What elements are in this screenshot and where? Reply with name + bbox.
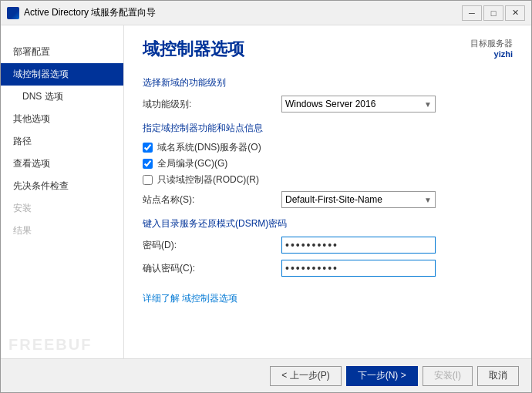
sidebar-item-dns-options[interactable]: DNS 选项 <box>1 86 123 108</box>
sidebar-item-install: 安装 <box>1 197 123 220</box>
next-button[interactable]: 下一步(N) > <box>346 366 418 386</box>
func-level-label: 域功能级别: <box>143 98 281 111</box>
sidebar-item-prereq[interactable]: 先决条件检查 <box>1 175 123 197</box>
site-row: 站点名称(S): Default-First-Site-Name ▼ <box>143 191 513 208</box>
dsrm-section-title: 键入目录服务还原模式(DSRM)密码 <box>143 217 513 230</box>
title-bar: Active Directory 域服务配置向导 ─ □ ✕ <box>1 1 531 25</box>
dropdown-arrow-icon: ▼ <box>424 100 432 109</box>
main-body: 选择新域的功能级别 域功能级别: Windows Server 2016 ▼ 指… <box>124 67 531 358</box>
sidebar-item-dc-options[interactable]: 域控制器选项 <box>1 63 123 86</box>
site-dropdown[interactable]: Default-First-Site-Name ▼ <box>281 191 436 208</box>
app-icon <box>7 7 19 19</box>
checkbox-gc[interactable] <box>143 159 153 169</box>
footer: < 上一步(P) 下一步(N) > 安装(I) 取消 <box>1 358 531 392</box>
main-header: 域控制器选项 目标服务器 yizhi <box>124 25 531 67</box>
password-input[interactable] <box>281 237 436 254</box>
sidebar-item-review[interactable]: 查看选项 <box>1 153 123 175</box>
title-bar-buttons: ─ □ ✕ <box>462 5 525 21</box>
target-server-name: yizhi <box>470 49 513 59</box>
checkbox-dns[interactable] <box>143 143 153 153</box>
sidebar-item-paths[interactable]: 路径 <box>1 130 123 153</box>
sidebar-item-deployment[interactable]: 部署配置 <box>1 41 123 63</box>
cancel-button[interactable]: 取消 <box>477 366 519 386</box>
sidebar-item-results: 结果 <box>1 220 123 242</box>
minimize-button[interactable]: ─ <box>462 5 482 21</box>
page-title: 域控制器选项 <box>143 38 244 61</box>
checkbox-rodc-row: 只读域控制器(RODC)(R) <box>143 173 513 186</box>
checkbox-dns-row: 域名系统(DNS)服务器(O) <box>143 141 513 154</box>
confirm-password-label: 确认密码(C): <box>143 262 281 275</box>
sidebar: 部署配置 域控制器选项 DNS 选项 其他选项 路径 查看选项 先决条件检查 安… <box>1 25 124 358</box>
main-window: Active Directory 域服务配置向导 ─ □ ✕ 部署配置 域控制器… <box>0 0 532 393</box>
checkbox-dns-label: 域名系统(DNS)服务器(O) <box>157 141 261 154</box>
content-area: 部署配置 域控制器选项 DNS 选项 其他选项 路径 查看选项 先决条件检查 安… <box>1 25 531 358</box>
target-server-info: 目标服务器 yizhi <box>470 38 513 59</box>
password-row: 密码(D): <box>143 237 513 254</box>
site-dropdown-arrow-icon: ▼ <box>424 196 432 204</box>
maximize-button[interactable]: □ <box>483 5 503 21</box>
checkbox-gc-row: 全局编录(GC)(G) <box>143 157 513 170</box>
confirm-password-row: 确认密码(C): <box>143 260 513 277</box>
learn-more-anchor[interactable]: 详细了解 域控制器选项 <box>143 293 237 304</box>
target-server-label: 目标服务器 <box>470 38 513 49</box>
checkbox-rodc-label: 只读域控制器(RODC)(R) <box>157 173 259 186</box>
checkbox-rodc[interactable] <box>143 175 153 185</box>
sidebar-item-other-options[interactable]: 其他选项 <box>1 108 123 130</box>
learn-more-link[interactable]: 详细了解 域控制器选项 <box>143 292 513 305</box>
func-level-dropdown[interactable]: Windows Server 2016 ▼ <box>281 96 436 113</box>
confirm-password-input[interactable] <box>281 260 436 277</box>
password-label: 密码(D): <box>143 239 281 252</box>
func-level-section-title: 选择新域的功能级别 <box>143 76 513 89</box>
close-button[interactable]: ✕ <box>505 5 525 21</box>
site-value: Default-First-Site-Name <box>285 194 382 205</box>
site-label: 站点名称(S): <box>143 193 281 207</box>
main-panel: 域控制器选项 目标服务器 yizhi 选择新域的功能级别 域功能级别: Wind… <box>124 25 531 358</box>
checkbox-gc-label: 全局编录(GC)(G) <box>157 157 227 170</box>
func-level-row: 域功能级别: Windows Server 2016 ▼ <box>143 96 513 113</box>
title-bar-text: Active Directory 域服务配置向导 <box>24 6 462 19</box>
func-level-value: Windows Server 2016 <box>285 99 375 109</box>
prev-button[interactable]: < 上一步(P) <box>270 366 341 386</box>
dc-info-section-title: 指定域控制器功能和站点信息 <box>143 122 513 135</box>
install-button: 安装(I) <box>423 366 473 386</box>
checkbox-section: 域名系统(DNS)服务器(O) 全局编录(GC)(G) 只读域控制器(RODC)… <box>143 141 513 186</box>
